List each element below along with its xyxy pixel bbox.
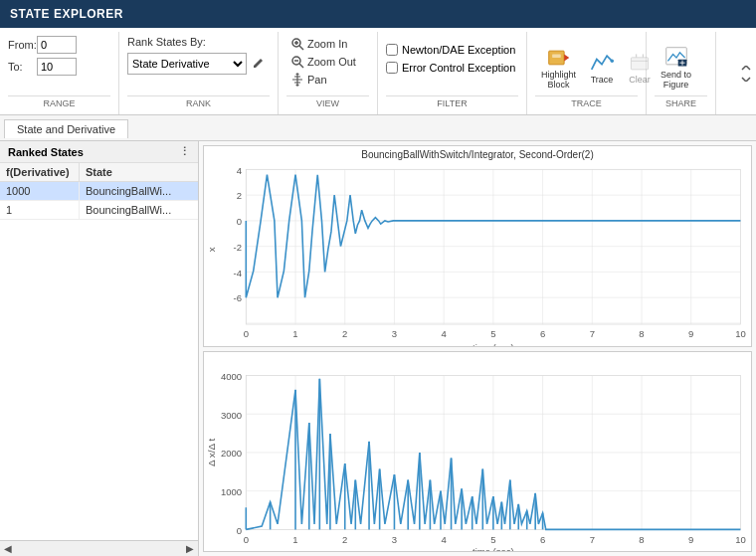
svg-text:4: 4 [442,328,448,339]
main-content: Ranked States ⋮ f(Derivative) State 1000… [0,141,756,556]
svg-line-5 [299,64,303,68]
panel-header: Ranked States ⋮ [0,141,198,163]
edit-icon[interactable] [250,56,266,72]
svg-text:4: 4 [442,533,448,544]
clear-icon [628,51,652,75]
svg-text:3000: 3000 [221,409,243,420]
highlight-block-btn[interactable]: HighlightBlock [535,44,582,93]
svg-text:4: 4 [237,165,243,176]
chart-area: BouncingBallWithSwitch/Integrator, Secon… [199,141,756,556]
svg-text:6: 6 [540,533,545,544]
error-control-label: Error Control Exception [402,62,515,74]
from-label: From: [8,39,33,51]
table-row[interactable]: 1000 BouncingBallWi... [0,182,198,201]
top-chart-svg: 4 2 0 -2 -4 -6 0 1 2 3 4 5 6 7 [204,164,751,346]
view-section-label: VIEW [286,95,369,110]
send-to-figure-btn[interactable]: Send toFigure [655,44,697,93]
scroll-left-arrow[interactable]: ◀ [0,541,16,557]
svg-text:1000: 1000 [221,485,243,496]
svg-line-1 [299,46,303,50]
bottom-chart-svg-wrapper: 4000 3000 2000 1000 0 0 1 2 3 4 5 6 7 [204,370,751,552]
svg-text:time (sec): time (sec) [472,545,514,551]
panel-scrollbar: ◀ ▶ [0,540,198,556]
panel-menu-icon[interactable]: ⋮ [179,145,190,158]
pan-icon [290,73,304,87]
svg-text:2: 2 [237,190,242,201]
title-bar: STATE EXPLORER [0,0,756,28]
derivative-cell-1: 1 [0,201,80,219]
zoom-out-icon [290,55,304,69]
right-panel: BouncingBallWithSwitch/Integrator, Secon… [199,141,756,556]
svg-text:6: 6 [540,328,545,339]
from-row: From: [8,36,77,54]
tab-state-derivative[interactable]: State and Derivative [4,119,128,138]
svg-text:-4: -4 [234,268,243,278]
ribbon-trace-section: HighlightBlock Trace [527,32,647,114]
svg-text:2: 2 [342,533,347,544]
svg-text:Δ x/Δ t: Δ x/Δ t [206,438,217,465]
svg-text:8: 8 [639,328,644,339]
zoom-in-icon [290,37,304,51]
svg-text:3: 3 [392,328,397,339]
send-to-figure-icon [664,46,688,70]
pan-label: Pan [307,74,327,86]
title-bar-label: STATE EXPLORER [10,7,123,21]
svg-text:time (sec): time (sec) [472,342,514,346]
state-cell-1: BouncingBallWi... [80,201,198,219]
state-cell-0: BouncingBallWi... [80,182,198,200]
derivative-cell-0: 1000 [0,182,80,200]
send-to-figure-label: Send toFigure [661,71,691,91]
col-derivative-header: f(Derivative) [0,163,80,181]
to-row: To: [8,58,77,76]
rank-section-label: RANK [127,95,270,110]
svg-text:3: 3 [392,533,397,544]
ribbon-range-section: From: To: RANGE [0,32,119,114]
svg-text:7: 7 [590,533,595,544]
trace-btn[interactable]: Trace [584,49,620,88]
svg-text:8: 8 [639,533,644,544]
col-state-header: State [80,163,198,181]
svg-text:5: 5 [490,328,495,339]
share-section-label: SHARE [655,95,707,110]
from-input[interactable] [37,36,77,54]
ribbon-collapse-btn[interactable] [736,32,756,114]
svg-text:9: 9 [688,533,693,544]
svg-text:4000: 4000 [221,370,243,381]
bottom-scrollbar[interactable]: ◀ ▶ [0,540,198,556]
table-row[interactable]: 1 BouncingBallWi... [0,201,198,220]
svg-text:2: 2 [342,328,347,339]
clear-label: Clear [629,76,651,86]
trace-icon [590,51,614,75]
rank-select-row: State Derivative State Alphabetical [127,53,266,75]
highlight-block-icon [547,46,571,70]
top-chart-svg-wrapper: 4 2 0 -2 -4 -6 0 1 2 3 4 5 6 7 [204,164,751,346]
tab-bar: State and Derivative [0,115,756,141]
newton-dae-label: Newton/DAE Exception [402,44,515,56]
error-control-row: Error Control Exception [386,62,515,74]
svg-text:10: 10 [735,328,746,339]
ribbon-filter-section: Newton/DAE Exception Error Control Excep… [378,32,527,114]
ribbon-rank-section: Rank States By: State Derivative State A… [119,32,279,114]
svg-text:7: 7 [590,328,595,339]
newton-dae-row: Newton/DAE Exception [386,44,515,56]
clear-btn[interactable]: Clear [622,49,658,88]
rank-select[interactable]: State Derivative State Alphabetical [127,53,247,75]
chart-title: BouncingBallWithSwitch/Integrator, Secon… [204,146,751,160]
svg-text:-2: -2 [234,242,242,253]
error-control-checkbox[interactable] [386,62,398,74]
bottom-chart: 4000 3000 2000 1000 0 0 1 2 3 4 5 6 7 [203,351,752,553]
left-panel: Ranked States ⋮ f(Derivative) State 1000… [0,141,199,556]
trace-label: Trace [591,76,614,86]
svg-text:10: 10 [735,533,746,544]
zoom-out-btn[interactable]: Zoom Out [286,54,360,70]
to-input[interactable] [37,58,77,76]
scroll-right-arrow[interactable]: ▶ [182,541,198,557]
pan-btn[interactable]: Pan [286,72,331,88]
svg-text:-6: -6 [234,292,242,303]
svg-text:0: 0 [244,328,249,339]
newton-dae-checkbox[interactable] [386,44,398,56]
range-section-label: RANGE [8,95,110,110]
zoom-in-btn[interactable]: Zoom In [286,36,351,52]
svg-point-10 [611,59,614,62]
trace-section-label: TRACE [535,95,638,110]
